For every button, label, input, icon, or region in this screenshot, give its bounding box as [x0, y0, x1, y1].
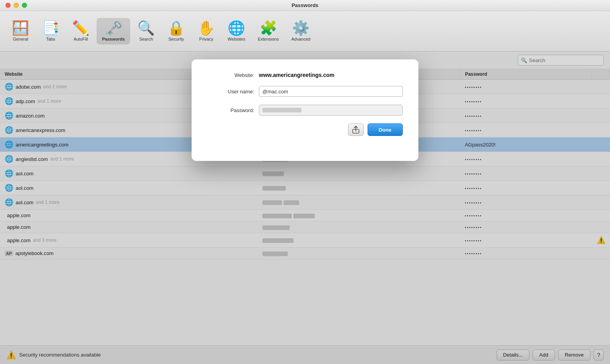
- close-button[interactable]: [5, 3, 11, 8]
- toolbar-item-search[interactable]: 🔍 Search: [132, 18, 160, 45]
- modal-password-input[interactable]: [259, 105, 403, 116]
- modal-username-input[interactable]: [259, 86, 403, 97]
- tabs-icon: 📑: [42, 21, 59, 35]
- main-content: 🔍 Website User Name Password 🌐adobe.coma…: [0, 52, 610, 364]
- modal-buttons: Done: [207, 123, 403, 136]
- autofill-icon: ✏️: [72, 21, 90, 35]
- advanced-label: Advanced: [291, 37, 310, 41]
- toolbar-item-general[interactable]: 🪟 General: [6, 18, 35, 45]
- toolbar-item-autofill[interactable]: ✏️ AutoFill: [66, 18, 95, 45]
- security-icon: 🔒: [167, 21, 185, 35]
- modal-overlay: Website: www.americangreetings.com User …: [0, 52, 610, 364]
- passwords-label: Passwords: [102, 37, 125, 41]
- modal-website-row: Website: www.americangreetings.com: [207, 72, 403, 78]
- password-detail-modal: Website: www.americangreetings.com User …: [192, 59, 418, 161]
- minimize-button[interactable]: [14, 3, 19, 8]
- done-button[interactable]: Done: [368, 123, 403, 136]
- extensions-label: Extensions: [258, 37, 279, 41]
- modal-username-row: User name:: [207, 86, 403, 97]
- toolbar-item-websites[interactable]: 🌐 Websites: [222, 18, 251, 45]
- title-bar: Passwords: [0, 0, 610, 11]
- toolbar: 🪟 General 📑 Tabs ✏️ AutoFill 🗝️ Password…: [0, 11, 610, 52]
- tabs-label: Tabs: [46, 37, 55, 41]
- autofill-label: AutoFill: [74, 37, 88, 41]
- passwords-icon: 🗝️: [105, 21, 122, 35]
- privacy-label: Privacy: [199, 37, 214, 41]
- modal-website-label: Website:: [207, 72, 254, 78]
- share-button[interactable]: [348, 123, 364, 136]
- toolbar-item-passwords[interactable]: 🗝️ Passwords: [97, 18, 130, 45]
- modal-username-label: User name:: [207, 89, 254, 95]
- toolbar-item-advanced[interactable]: ⚙️ Advanced: [286, 18, 316, 45]
- toolbar-item-extensions[interactable]: 🧩 Extensions: [252, 18, 284, 45]
- modal-password-label: Password:: [207, 107, 254, 113]
- maximize-button[interactable]: [22, 3, 27, 8]
- websites-icon: 🌐: [228, 21, 245, 35]
- search-icon: 🔍: [137, 21, 155, 35]
- advanced-icon: ⚙️: [292, 21, 310, 35]
- modal-password-row: Password:: [207, 105, 403, 116]
- general-label: General: [13, 37, 28, 41]
- toolbar-item-security[interactable]: 🔒 Security: [162, 18, 190, 45]
- search-label: Search: [139, 37, 153, 41]
- window-controls: [5, 3, 27, 8]
- toolbar-item-tabs[interactable]: 📑 Tabs: [36, 18, 65, 45]
- toolbar-item-privacy[interactable]: ✋ Privacy: [192, 18, 221, 45]
- general-icon: 🪟: [12, 21, 29, 35]
- window-title: Passwords: [292, 2, 319, 8]
- websites-label: Websites: [228, 37, 245, 41]
- security-label: Security: [169, 37, 184, 41]
- modal-website-value: www.americangreetings.com: [259, 72, 334, 78]
- privacy-icon: ✋: [197, 21, 215, 35]
- extensions-icon: 🧩: [260, 21, 277, 35]
